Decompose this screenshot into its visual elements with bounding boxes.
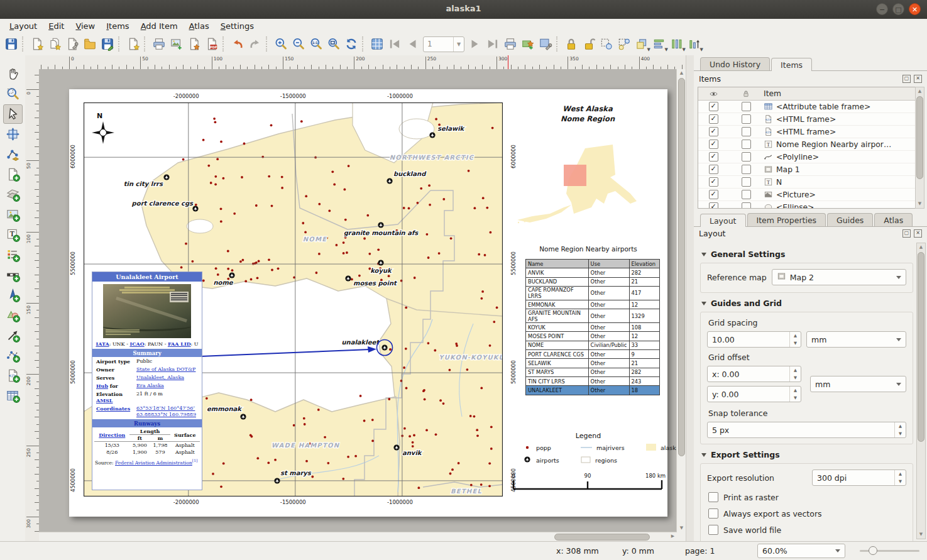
save-project-button[interactable] (3, 35, 20, 53)
add-arrow-tool-button[interactable] (3, 326, 23, 345)
spin-up-icon[interactable]: ▲ (790, 332, 801, 339)
add-picture-tool-button[interactable] (3, 205, 23, 224)
scroll-down-icon[interactable]: ▼ (677, 524, 686, 532)
unlock-all-items-button[interactable] (580, 35, 598, 53)
ungroup-items-button[interactable] (615, 35, 633, 53)
lock-checkbox[interactable] (742, 127, 751, 136)
lock-items-button[interactable] (562, 35, 580, 53)
menu-view[interactable]: View (70, 21, 101, 31)
dropdown-arrow-icon[interactable]: ▼ (700, 47, 703, 52)
spin-down-icon[interactable]: ▼ (895, 478, 906, 485)
overview-title-item[interactable]: West AlaskaNome Region (509, 104, 666, 124)
export-as-image-button[interactable] (168, 35, 185, 53)
dock-tab-items[interactable]: Items (771, 58, 812, 71)
layout-canvas[interactable]: NORTHWEST ARCTICNOMEYUKON-KOYUKUKWADE HA… (39, 69, 686, 542)
checkbox-save-world-file[interactable] (708, 525, 718, 535)
export-as-svg-button[interactable] (185, 35, 203, 53)
add-legend-tool-button[interactable] (3, 245, 23, 265)
duplicate-layout-button[interactable] (46, 35, 63, 53)
items-list-row[interactable]: ✓<Attribute table frame> (698, 101, 915, 113)
lock-checkbox[interactable] (742, 140, 751, 149)
menu-atlas[interactable]: Atlas (184, 21, 215, 31)
airports-attribute-table[interactable]: NameUseElevationANVIKOther282BUCKLANDOth… (525, 259, 660, 395)
scroll-up-icon[interactable]: ▲ (677, 69, 686, 77)
grid-spacing-unit-combo[interactable]: mm (806, 331, 906, 348)
scroll-right-icon[interactable]: ▶ (669, 532, 677, 541)
pan-tool-button[interactable] (3, 64, 23, 84)
scalebar-item[interactable]: 090180 km (511, 471, 666, 495)
previous-feature-button[interactable] (403, 35, 421, 53)
canvas-vscrollbar[interactable]: ▲ ▼ (676, 69, 686, 532)
window-titlebar[interactable]: alaska1 − □ ✕ (0, 0, 927, 19)
open-layout-button[interactable] (81, 35, 99, 53)
north-arrow-icon[interactable] (90, 119, 116, 148)
spin-up-icon[interactable]: ▲ (895, 422, 906, 430)
items-list-row[interactable]: ✓TN (698, 176, 915, 189)
grid-offset-x-spinbox[interactable]: x: 0.00 ▲▼ (707, 366, 801, 382)
checkbox-always-export-as-vectors[interactable] (708, 508, 718, 519)
canvas-hscrollbar[interactable]: ▶ (39, 532, 677, 542)
checkbox-print-as-raster[interactable] (708, 492, 718, 502)
edit-nodes-item-tool-button[interactable] (3, 145, 23, 164)
zoom-in-button[interactable] (272, 35, 290, 53)
redo-button[interactable] (246, 35, 264, 53)
items-scroll-down-icon[interactable]: ▼ (916, 200, 924, 208)
menu-layout[interactable]: Layout (4, 21, 43, 31)
resize-items-button[interactable]: ▼ (686, 35, 703, 53)
maximize-button[interactable]: □ (892, 3, 904, 15)
zoom-actual-button[interactable]: 1:1 (307, 35, 325, 53)
export-atlas-button[interactable] (519, 35, 537, 53)
add-items-from-template-button[interactable] (124, 35, 142, 53)
panel-scroll-down-icon[interactable]: ▼ (917, 530, 925, 539)
spin-down-icon[interactable]: ▼ (790, 374, 801, 382)
atlas-settings-button[interactable] (537, 35, 554, 53)
add-scalebar-tool-button[interactable] (3, 265, 23, 285)
visibility-checkbox[interactable]: ✓ (709, 114, 718, 124)
grid-offset-unit-combo[interactable]: mm (810, 376, 906, 392)
zoom-tool-button[interactable] (3, 84, 23, 104)
close-button[interactable]: ✕ (909, 3, 921, 15)
preview-atlas-button[interactable] (368, 35, 386, 53)
print-atlas-button[interactable] (502, 35, 519, 53)
items-list-scrollbar[interactable]: ▲ ▼ (915, 87, 924, 209)
spin-up-icon[interactable]: ▲ (790, 387, 801, 394)
minimize-button[interactable]: − (876, 3, 888, 15)
dock-tab-undo-history[interactable]: Undo History (700, 57, 770, 70)
menu-edit[interactable]: Edit (43, 21, 70, 31)
spin-up-icon[interactable]: ▲ (895, 470, 906, 478)
add-shape-tool-button[interactable] (3, 305, 23, 325)
distribute-items-button[interactable]: ▼ (668, 35, 686, 53)
next-feature-button[interactable] (466, 35, 484, 53)
combo-arrow-icon[interactable]: ▼ (453, 37, 464, 52)
first-feature-button[interactable] (386, 35, 403, 53)
add-attribute-table-tool-button[interactable] (3, 386, 23, 405)
visibility-checkbox[interactable]: ✓ (709, 102, 718, 111)
section-guides-grid[interactable]: Guides and Grid (701, 299, 913, 308)
export-resolution-spinbox[interactable]: 300 dpi ▲▼ (812, 469, 906, 486)
grid-spacing-spinbox[interactable]: 10.00 ▲▼ (707, 331, 801, 348)
zoom-slider[interactable] (860, 550, 919, 552)
panel-scroll-up-icon[interactable]: ▲ (917, 243, 925, 251)
add-page-tool-button[interactable] (3, 165, 23, 184)
panel-tab-guides[interactable]: Guides (827, 213, 873, 226)
add-node-item-tool-button[interactable] (3, 346, 23, 365)
add-map-tool-button[interactable] (3, 185, 23, 204)
lock-checkbox[interactable] (742, 165, 751, 174)
spin-down-icon[interactable]: ▼ (895, 430, 906, 437)
visibility-checkbox[interactable]: ✓ (709, 165, 718, 174)
visibility-checkbox[interactable]: ✓ (709, 177, 718, 187)
panel-tab-item-properties[interactable]: Item Properties (747, 213, 826, 226)
items-list-row[interactable]: ✓<Ellipse> (698, 201, 915, 209)
panel-tab-layout[interactable]: Layout (700, 214, 746, 227)
zoom-slider-knob[interactable] (869, 546, 877, 555)
last-feature-button[interactable] (484, 35, 502, 53)
add-html-tool-button[interactable]: </> (3, 366, 23, 385)
items-list-row[interactable]: ✓<Polyline> (698, 151, 915, 163)
visibility-checkbox[interactable]: ✓ (709, 140, 718, 149)
panel-scroll-thumb[interactable] (918, 252, 924, 442)
layout-panel-float-icon[interactable]: ▢ (902, 229, 911, 238)
zoom-level-combo[interactable]: 60.0% (757, 544, 845, 558)
items-list-row[interactable]: ✓</><HTML frame> (698, 126, 915, 138)
spin-up-icon[interactable]: ▲ (790, 366, 801, 374)
add-north-arrow-tool-button[interactable] (3, 285, 23, 305)
